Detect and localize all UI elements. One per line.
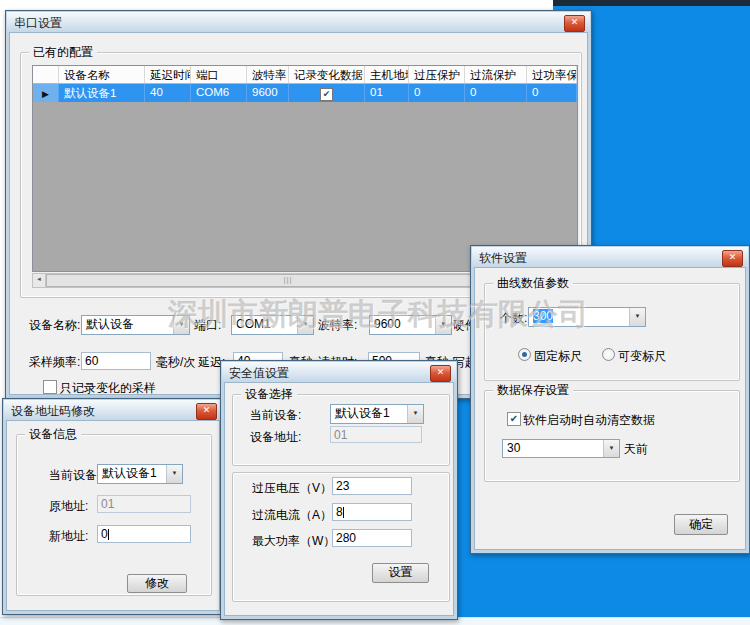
port-combobox[interactable]: COM1 ▼ bbox=[231, 315, 314, 335]
device-name-combobox[interactable]: 默认设备 ▼ bbox=[81, 315, 190, 335]
config-group-label: 已有的配置 bbox=[29, 45, 97, 59]
days-combobox[interactable]: 30 ▼ bbox=[502, 439, 620, 458]
column-header-selector[interactable] bbox=[33, 66, 59, 83]
current-device-combobox[interactable]: 默认设备1 ▼ bbox=[97, 464, 183, 484]
old-address-label: 原地址: bbox=[49, 499, 88, 513]
new-address-label: 新地址: bbox=[49, 529, 88, 543]
record-only-checkbox[interactable] bbox=[43, 380, 57, 394]
table-header-row: 设备名称 延迟时间 端口 波特率 记录变化数据 主机地址 过压保护 过流保护 过… bbox=[33, 66, 577, 84]
software-titlebar[interactable]: 软件设置 ✕ bbox=[472, 247, 748, 267]
text-cursor bbox=[108, 529, 109, 540]
safety-titlebar[interactable]: 安全值设置 ✕ bbox=[222, 362, 456, 382]
overvoltage-label: 过压电压（V）: bbox=[252, 481, 335, 495]
config-table: 设备名称 延迟时间 端口 波特率 记录变化数据 主机地址 过压保护 过流保护 过… bbox=[32, 65, 578, 272]
close-icon[interactable]: ✕ bbox=[564, 15, 585, 32]
table-row[interactable]: ▶ 默认设备1 40 COM6 9600 ✔ 01 0 0 0 bbox=[33, 84, 577, 102]
serial-titlebar[interactable]: 串口设置 ✕ bbox=[7, 12, 590, 32]
column-header-port[interactable]: 端口 bbox=[191, 66, 247, 83]
close-icon[interactable]: ✕ bbox=[196, 403, 217, 420]
device-name-label: 设备名称: bbox=[29, 318, 80, 332]
variable-scale-label: 可变标尺 bbox=[618, 349, 666, 363]
curve-params-groupbox: 曲线数值参数 bbox=[484, 283, 740, 381]
auto-clear-label: 软件启动时自动清空数据 bbox=[523, 413, 655, 427]
column-header-delay[interactable]: 延迟时间 bbox=[145, 66, 191, 83]
sample-rate-label: 采样频率: bbox=[29, 355, 80, 369]
cell-ovp: 0 bbox=[409, 84, 465, 102]
fixed-scale-label: 固定标尺 bbox=[534, 349, 582, 363]
new-address-input[interactable]: 0 bbox=[97, 525, 191, 543]
safety-dialog-title: 安全值设置 bbox=[229, 365, 289, 382]
data-save-groupbox: 数据保存设置 bbox=[484, 390, 740, 482]
row-selector-icon: ▶ bbox=[33, 84, 59, 102]
cell-delay: 40 bbox=[145, 84, 191, 102]
scrollbar-thumb[interactable]: ||| bbox=[46, 274, 530, 287]
curve-params-group-label: 曲线数值参数 bbox=[493, 276, 573, 290]
days-ago-label: 天前 bbox=[624, 442, 648, 456]
overcurrent-input[interactable]: 8 bbox=[332, 503, 412, 521]
cell-baud: 9600 bbox=[247, 84, 289, 102]
desktop: 串口设置 ✕ 已有的配置 设备名称 延迟时间 端口 波特率 记录变化数据 主机地… bbox=[0, 0, 750, 625]
column-header-ovp[interactable]: 过压保护 bbox=[409, 66, 465, 83]
close-icon[interactable]: ✕ bbox=[430, 365, 451, 382]
scroll-left-icon[interactable]: ◄ bbox=[33, 274, 46, 287]
modify-button[interactable]: 修改 bbox=[127, 574, 187, 593]
cell-device-name: 默认设备1 bbox=[59, 84, 145, 102]
column-header-host[interactable]: 主机地址 bbox=[365, 66, 409, 83]
device-address-input: 01 bbox=[330, 426, 422, 443]
count-label: 个数: bbox=[500, 311, 527, 325]
sample-rate-input[interactable]: 60 bbox=[81, 352, 151, 370]
close-icon[interactable]: ✕ bbox=[722, 250, 743, 267]
checkbox-checked-icon: ✔ bbox=[320, 88, 333, 101]
chevron-down-icon[interactable]: ▼ bbox=[297, 316, 313, 334]
window-safety-dialog: 安全值设置 ✕ 设备选择 当前设备: 默认设备1 ▼ 设备地址: 01 过压电压… bbox=[220, 360, 458, 620]
device-info-group-label: 设备信息 bbox=[25, 427, 81, 441]
cell-host: 01 bbox=[365, 84, 409, 102]
chevron-down-icon[interactable]: ▼ bbox=[603, 440, 619, 457]
column-header-opp[interactable]: 过功率保护 bbox=[527, 66, 577, 83]
selected-text: 300 bbox=[533, 309, 553, 323]
ok-button[interactable]: 确定 bbox=[674, 514, 728, 535]
device-info-groupbox: 设备信息 bbox=[16, 434, 212, 596]
fixed-scale-radio[interactable] bbox=[518, 348, 531, 361]
software-dialog-title: 软件设置 bbox=[479, 250, 527, 267]
sample-rate-unit: 毫秒/次 bbox=[156, 355, 195, 369]
port-label: 端口: bbox=[194, 318, 221, 332]
auto-clear-checkbox[interactable]: ✔ bbox=[507, 412, 521, 426]
device-select-group-label: 设备选择 bbox=[241, 387, 297, 401]
column-header-baud[interactable]: 波特率 bbox=[247, 66, 289, 83]
max-power-label: 最大功率（W）: bbox=[252, 534, 339, 548]
chevron-down-icon[interactable]: ▼ bbox=[435, 316, 451, 334]
count-combobox[interactable]: 300 ▼ bbox=[528, 307, 646, 327]
address-titlebar[interactable]: 设备地址码修改 ✕ bbox=[4, 400, 222, 420]
overcurrent-label: 过流电流（A）: bbox=[252, 508, 335, 522]
current-device-combobox[interactable]: 默认设备1 ▼ bbox=[330, 404, 424, 424]
baud-combobox[interactable]: 9600 ▼ bbox=[369, 315, 452, 335]
address-dialog-title: 设备地址码修改 bbox=[11, 403, 95, 420]
serial-window-title: 串口设置 bbox=[14, 15, 62, 32]
baud-label: 波特率: bbox=[318, 318, 357, 332]
address-client-area: 设备信息 当前设备: 默认设备1 ▼ 原地址: 01 新地址: 0 修改 bbox=[6, 420, 220, 611]
window-software-dialog: 软件设置 ✕ 曲线数值参数 个数: 300 ▼ 固定标尺 可变标尺 数据保存设置… bbox=[470, 245, 750, 554]
text-cursor bbox=[343, 507, 344, 518]
device-address-label: 设备地址: bbox=[250, 430, 301, 444]
cell-port: COM6 bbox=[191, 84, 247, 102]
data-save-group-label: 数据保存设置 bbox=[493, 383, 573, 397]
chevron-down-icon[interactable]: ▼ bbox=[629, 308, 645, 326]
variable-scale-radio[interactable] bbox=[602, 348, 615, 361]
column-header-ocp[interactable]: 过流保护 bbox=[465, 66, 527, 83]
set-button[interactable]: 设置 bbox=[372, 563, 429, 583]
window-address-dialog: 设备地址码修改 ✕ 设备信息 当前设备: 默认设备1 ▼ 原地址: 01 新地址… bbox=[2, 398, 224, 615]
safety-client-area: 设备选择 当前设备: 默认设备1 ▼ 设备地址: 01 过压电压（V）: 23 … bbox=[224, 382, 454, 616]
chevron-down-icon[interactable]: ▼ bbox=[166, 465, 182, 483]
cell-ocp: 0 bbox=[465, 84, 527, 102]
software-client-area: 曲线数值参数 个数: 300 ▼ 固定标尺 可变标尺 数据保存设置 ✔ 软件启动… bbox=[474, 267, 746, 550]
chevron-down-icon[interactable]: ▼ bbox=[407, 405, 423, 423]
column-header-device-name[interactable]: 设备名称 bbox=[59, 66, 145, 83]
chevron-down-icon[interactable]: ▼ bbox=[173, 316, 189, 334]
old-address-input: 01 bbox=[97, 495, 191, 513]
column-header-record[interactable]: 记录变化数据 bbox=[289, 66, 365, 83]
overvoltage-input[interactable]: 23 bbox=[332, 477, 412, 495]
max-power-input[interactable]: 280 bbox=[332, 529, 412, 547]
cell-record-checkbox[interactable]: ✔ bbox=[289, 84, 365, 102]
record-only-label: 只记录变化的采样 bbox=[60, 381, 156, 395]
